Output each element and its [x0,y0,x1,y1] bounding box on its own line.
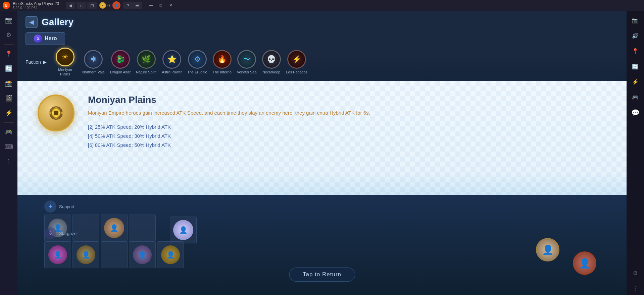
faction-row: Faction ▶ ☀ Moniyan Plains ❄ Northern Va… [17,46,627,78]
faction-filter[interactable]: Faction ▶ [26,59,47,65]
gallery-back-button[interactable]: ◀ [26,16,38,28]
game-topbar: ◀ Gallery ⚔ Hero Faction ▶ ☀ Moniy [17,11,627,81]
sidebar-location[interactable]: 📍 [2,47,15,61]
menu-button[interactable]: ☰ [133,2,142,9]
game-viewport: ◀ Gallery ⚔ Hero Faction ▶ ☀ Moniy [17,11,627,295]
right-sidebar-item-1[interactable]: 📷 [629,13,642,27]
hero-avatar: 👤 [133,245,152,264]
right-sidebar-settings[interactable]: ⚙ [629,266,642,280]
right-hero-section: 👤 [536,238,559,261]
hero-tab[interactable]: ⚔ Hero [26,32,65,45]
stargazer-hero-slot-5[interactable]: 👤 [157,241,184,268]
stargazer-hero-slot-2[interactable]: 👤 [72,241,99,268]
minimize-button[interactable]: — [146,2,155,9]
right-sidebar-item-3[interactable]: 📍 [629,44,642,58]
faction-los-pecados[interactable]: ⚡ Los Pecados [286,50,308,74]
sidebar-camera[interactable]: 📸 [2,77,15,90]
far-right-hero-avatar[interactable]: 👤 [573,251,596,275]
faction-necrokeep[interactable]: 💀 Necrokeep [262,50,281,74]
sidebar-more[interactable]: ⋮ [2,155,15,168]
faction-astro-label: Astro Power [162,70,182,74]
faction-northern-vale[interactable]: ❄ Northern Vale [82,50,105,74]
right-sidebar-item-7[interactable]: 💬 [629,106,642,119]
faction-inferno-icon: 🔥 [213,50,232,69]
sidebar-rotate[interactable]: 🔄 [2,62,15,75]
stargazer-hero-slot-3[interactable] [101,241,128,268]
coin-count: 0 [107,3,110,8]
faction-nature-spirit[interactable]: 🌿 Nature Spirit [136,50,156,74]
faction-inferno[interactable]: 🔥 The Inferno [213,50,232,74]
svg-point-2 [54,111,58,115]
sidebar-keyboard[interactable]: ⌨ [2,140,15,154]
right-sidebar-item-4[interactable]: 🔄 [629,60,642,73]
help-button[interactable]: ? [123,2,133,9]
close-button[interactable]: ✕ [166,2,176,9]
sidebar-divider [4,44,14,45]
faction-inferno-label: The Inferno [213,70,232,74]
app-title: BlueStacks App Player 23 [13,1,59,6]
faction-eruditio[interactable]: ⚙ The Eruditio [187,50,207,74]
sidebar-settings[interactable]: ⚙ [2,28,15,42]
popup-stat2: [4] 50% ATK Speed; 30% Hybrid ATK [88,131,606,140]
main-area: 📷 ⚙ 📍 🔄 📸 🎬 ⚡ 🎮 ⌨ ⋮ ◀ Gallery ⚔ Hero [0,11,644,295]
stargazer-role-icon: ✧ [44,227,56,239]
faction-astro-power[interactable]: ⭐ Astro Power [162,50,182,74]
faction-northern-icon: ❄ [84,50,103,69]
faction-astro-icon: ⭐ [162,50,181,69]
app-version: 5.22.0.1102 P64 [13,6,59,10]
faction-vonetis-sea[interactable]: 〜 Vonetis Sea [237,50,257,74]
sidebar-screenshot[interactable]: 📷 [2,13,15,27]
hero-tab-label: Hero [45,36,57,42]
faction-label-text: Faction [26,59,41,65]
popup-title: Moniyan Plains [88,95,606,105]
coin-icon: ● [99,2,106,9]
hero-avatar: 👤 [48,245,67,264]
sidebar-gamepad[interactable]: 🎮 [2,125,15,139]
faction-necrokeep-icon: 💀 [262,50,281,69]
faction-arrow-icon: ▶ [43,59,47,65]
nav-bookmark-button[interactable]: ⊡ [87,2,97,9]
faction-list: ☀ Moniyan Plains ❄ Northern Vale 🐉 Drago… [53,48,618,76]
stargazer-label-row: ✧ Stargazer [44,227,184,239]
moniyan-icon [44,101,68,125]
titlebar: B BlueStacks App Player 23 5.22.0.1102 P… [0,0,644,11]
faction-badge [38,95,75,131]
faction-moniyan-label: Moniyan Plains [53,68,77,76]
far-right-hero-section: 👤 [573,251,596,275]
hero-tab-area: ⚔ Hero [17,31,627,46]
right-sidebar-item-5[interactable]: ⚡ [629,75,642,88]
sidebar-video[interactable]: 🎬 [2,92,15,105]
tap-to-return-button[interactable]: Tap to Return [289,268,355,282]
popup-content: Moniyan Plains Moniyan Empire heroes gai… [88,95,606,150]
faction-moniyan-plains[interactable]: ☀ Moniyan Plains [53,48,77,76]
nav-home-button[interactable]: ⌂ [77,2,86,9]
support-label-row: ✦ Support [44,200,156,213]
faction-eruditio-icon: ⚙ [188,50,207,69]
faction-vonetis-icon: 〜 [237,50,256,69]
gallery-title: Gallery [42,17,73,27]
faction-dragon-label: Dragon Altar [110,70,131,74]
user-avatar[interactable]: 👤 [112,1,120,9]
right-sidebar-item-2[interactable]: 🔊 [629,29,642,42]
titlebar-nav: ◀ ⌂ ⊡ [66,2,97,9]
faction-popup[interactable]: Moniyan Plains Moniyan Empire heroes gai… [17,81,627,195]
faction-moniyan-icon: ☀ [56,48,75,66]
popup-stat1: [2] 25% ATK Speed; 20% Hybrid ATK [88,122,606,131]
stargazer-hero-slot-1[interactable]: 👤 [44,241,71,268]
stargazer-section: ✧ Stargazer 👤 👤 👤 [44,227,184,268]
faction-dragon-altar[interactable]: 🐉 Dragon Altar [110,50,131,74]
right-hero-avatar[interactable]: 👤 [536,238,559,261]
nav-back-button[interactable]: ◀ [66,2,75,9]
stargazer-hero-row: 👤 👤 👤 👤 [44,241,184,268]
popup-description: Moniyan Empire heroes gain increased ATK… [88,109,606,117]
support-label: Support [59,204,75,209]
maximize-button[interactable]: □ [156,2,165,9]
faction-los-pecados-label: Los Pecados [286,70,308,74]
faction-nature-icon: 🌿 [137,50,156,69]
popup-stats: [2] 25% ATK Speed; 20% Hybrid ATK [4] 50… [88,122,606,150]
right-sidebar-more[interactable]: ⋮ [629,282,642,295]
stargazer-hero-slot-4[interactable]: 👤 [129,241,156,268]
sidebar-macro[interactable]: ⚡ [2,106,15,120]
right-sidebar-item-6[interactable]: 🎮 [629,91,642,104]
hero-tab-icon: ⚔ [34,35,42,43]
